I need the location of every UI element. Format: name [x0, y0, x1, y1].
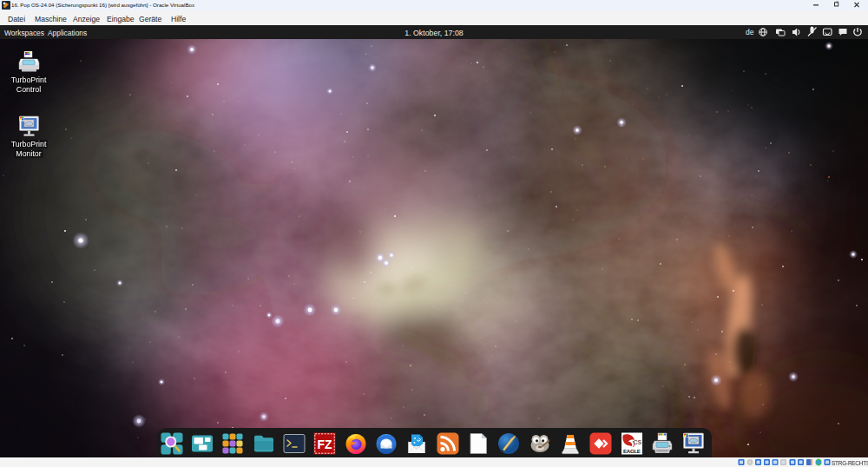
svg-text:CS: CS: [633, 439, 641, 445]
svg-text:FZ: FZ: [318, 437, 333, 451]
svg-text:de: de: [746, 28, 754, 36]
svg-text:EAGLE: EAGLE: [623, 448, 641, 454]
